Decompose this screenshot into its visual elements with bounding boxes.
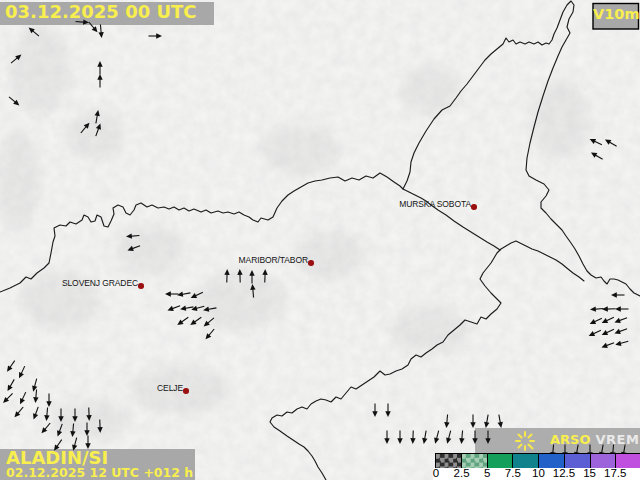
legend-tick-label: 12.5: [553, 467, 575, 479]
city-label: MURSKA SOBOTA: [399, 199, 471, 209]
legend-tick-label: 5: [484, 467, 490, 479]
legend-tick-label: 0: [433, 467, 439, 479]
sun-icon: [513, 430, 537, 452]
weather-map-screenshot: 03.12.2025 00 UTC V10m ALADIN/SI 02.12.2…: [0, 0, 640, 480]
city-dot: [308, 260, 314, 266]
legend-tick-label: 15: [583, 467, 596, 479]
brand-line: ARSOVREME: [550, 433, 640, 447]
city-dot: [471, 204, 477, 210]
terrain-grain: [0, 0, 640, 480]
map-canvas: [0, 0, 640, 480]
legend-tick-label: 10: [532, 467, 545, 479]
city-label: MARIBOR/TABOR: [239, 255, 308, 265]
city-label: SLOVENJ GRADEC: [62, 278, 138, 288]
brand-product-label: VREME: [596, 432, 640, 447]
legend-tick-label: 17.5: [604, 467, 626, 479]
valid-time-label: 03.12.2025 00 UTC: [5, 2, 197, 22]
legend-tick-label: 2.5: [454, 467, 470, 479]
city-dot: [138, 283, 144, 289]
brand-agency-label: ARSO: [550, 432, 591, 447]
parameter-label: V10m: [593, 7, 638, 23]
city-label: CELJE: [157, 383, 183, 393]
city-dot: [183, 388, 189, 394]
legend-tick-label: 7.5: [505, 467, 521, 479]
legend-tick-strip: 02.557.51012.51517.5: [433, 468, 640, 480]
model-run-label: 02.12.2025 12 UTC +012 h: [6, 466, 193, 480]
